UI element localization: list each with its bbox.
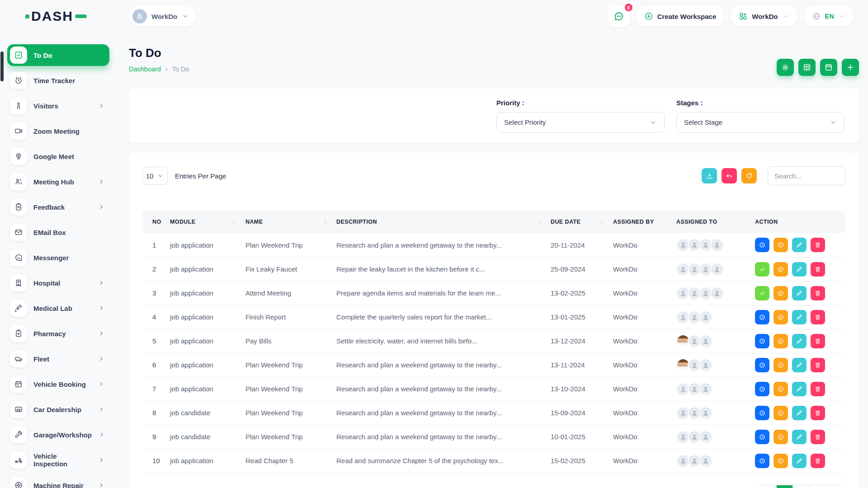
delete-action-button[interactable] <box>811 430 825 444</box>
view-action-button[interactable] <box>774 358 788 372</box>
messages-button[interactable]: 0 <box>608 5 630 27</box>
pagination-item[interactable]: › <box>825 485 841 488</box>
edit-action-button[interactable] <box>792 454 807 468</box>
sidebar-item-meeting-hub[interactable]: Meeting Hub <box>7 171 109 192</box>
sidebar-item-hospital[interactable]: Hospital <box>7 272 109 294</box>
assignee-avatar-placeholder[interactable] <box>699 334 712 348</box>
pagination-item[interactable]: 3 <box>809 485 825 488</box>
view-action-button[interactable] <box>774 382 788 396</box>
sort-icon[interactable]: ↑↓ <box>232 219 236 225</box>
sidebar-item-fleet[interactable]: Fleet <box>7 348 109 370</box>
sidebar-item-garage-workshop[interactable]: Garage/Workshop <box>7 424 109 446</box>
search-input[interactable] <box>768 166 845 185</box>
clock-action-button[interactable] <box>755 334 769 348</box>
complete-action-button[interactable] <box>755 286 769 300</box>
complete-action-button[interactable] <box>755 262 769 277</box>
assignee-avatar-placeholder[interactable] <box>699 454 712 468</box>
delete-action-button[interactable] <box>811 454 825 468</box>
clock-action-button[interactable] <box>755 310 769 324</box>
clock-action-button[interactable] <box>755 358 769 372</box>
assignee-avatar-placeholder[interactable] <box>710 263 724 276</box>
sort-icon[interactable]: ↑↓ <box>538 219 541 225</box>
sidebar-item-pharmacy[interactable]: Pharmacy <box>7 323 109 344</box>
table-view-button[interactable] <box>798 59 816 76</box>
assignee-avatar-placeholder[interactable] <box>699 358 712 372</box>
cell-module: job application <box>170 305 245 329</box>
sidebar-item-google-meet[interactable]: Google Meet <box>7 145 109 167</box>
column-header-name[interactable]: NAME↑↓ <box>245 211 336 233</box>
clock-action-button[interactable] <box>755 454 769 468</box>
assignee-avatar-placeholder[interactable] <box>699 430 712 444</box>
workdo-menu-button[interactable]: WorkDo <box>731 6 797 27</box>
delete-action-button[interactable] <box>811 382 825 396</box>
priority-select[interactable]: Select Priority <box>496 112 665 133</box>
sidebar-item-messenger[interactable]: Messenger <box>7 247 109 268</box>
calendar-view-button[interactable] <box>820 59 837 76</box>
assignee-avatar-placeholder[interactable] <box>710 286 724 300</box>
edit-action-button[interactable] <box>792 238 807 252</box>
sort-icon[interactable]: ↑↓ <box>323 219 326 225</box>
sidebar-item-medical-lab[interactable]: Medical Lab <box>7 297 109 319</box>
edit-action-button[interactable] <box>792 430 807 444</box>
clock-action-button[interactable] <box>755 382 769 396</box>
edit-action-button[interactable] <box>792 406 807 420</box>
entries-select[interactable]: 10 <box>142 167 168 185</box>
edit-action-button[interactable] <box>792 358 807 372</box>
sidebar-item-vehicle-booking[interactable]: Vehicle Booking <box>7 373 109 395</box>
pagination-page-active[interactable]: 1 <box>776 485 793 488</box>
reset-button[interactable] <box>722 168 737 183</box>
view-action-button[interactable] <box>774 454 788 468</box>
breadcrumb-dashboard-link[interactable]: Dashboard <box>129 66 161 73</box>
sidebar-item-vehicle-inspection[interactable]: Vehicle Inspection <box>7 449 109 471</box>
edit-action-button[interactable] <box>792 382 807 396</box>
column-header-module[interactable]: MODULE↑↓ <box>170 211 245 233</box>
sidebar-item-email-box[interactable]: EMail Box <box>7 221 109 243</box>
assignee-avatar-placeholder[interactable] <box>699 406 712 420</box>
sidebar-item-zoom-meeting[interactable]: Zoom Meeting <box>7 120 109 142</box>
sidebar-item-car-dealership[interactable]: Car Dealership <box>7 399 109 420</box>
create-workspace-button[interactable]: Create Workspace <box>636 6 725 27</box>
pagination-item[interactable]: 2 <box>793 485 809 488</box>
view-action-button[interactable] <box>774 430 788 444</box>
edit-action-button[interactable] <box>792 310 807 324</box>
add-todo-button[interactable] <box>842 59 859 76</box>
delete-action-button[interactable] <box>811 310 825 324</box>
edit-action-button[interactable] <box>792 334 807 348</box>
view-action-button[interactable] <box>774 262 788 277</box>
workspace-selector[interactable]: WorkDo <box>129 6 195 27</box>
delete-action-button[interactable] <box>811 406 825 420</box>
sidebar-item-feedback[interactable]: Feedback <box>7 196 109 218</box>
assignee-avatar-placeholder[interactable] <box>699 310 712 324</box>
sidebar-item-visitors[interactable]: Visitors <box>7 95 109 117</box>
sidebar-item-to-do[interactable]: To Do <box>7 44 109 66</box>
clock-action-button[interactable] <box>755 238 769 252</box>
view-action-button[interactable] <box>774 238 788 252</box>
view-action-button[interactable] <box>774 334 788 348</box>
assignee-avatar-placeholder[interactable] <box>699 382 712 396</box>
column-header-due-date[interactable]: DUE DATE↑↓ <box>551 211 613 233</box>
view-action-button[interactable] <box>774 406 788 420</box>
clock-action-button[interactable] <box>755 430 769 444</box>
delete-action-button[interactable] <box>811 238 825 252</box>
edit-action-button[interactable] <box>792 286 807 300</box>
delete-action-button[interactable] <box>811 286 825 300</box>
edit-action-button[interactable] <box>792 262 807 277</box>
stage-select[interactable]: Select Stage <box>676 112 844 133</box>
delete-action-button[interactable] <box>811 262 825 277</box>
sidebar-item-time-tracker[interactable]: Time Tracker <box>7 70 109 91</box>
sidebar-item-machine-repair[interactable]: Machine Repair <box>7 474 109 488</box>
language-selector[interactable]: EN <box>804 6 854 27</box>
sidebar-scrollbar[interactable] <box>0 52 4 81</box>
refresh-button[interactable] <box>741 168 757 183</box>
delete-action-button[interactable] <box>811 358 825 372</box>
pagination-item[interactable]: ‹ <box>757 485 776 488</box>
view-action-button[interactable] <box>774 286 788 300</box>
sort-icon[interactable]: ↑↓ <box>600 219 603 225</box>
export-button[interactable] <box>702 168 717 183</box>
delete-action-button[interactable] <box>811 334 825 348</box>
assignee-avatar-placeholder[interactable] <box>710 238 724 252</box>
column-header-description[interactable]: DESCRIPTION↑↓ <box>336 211 551 233</box>
view-action-button[interactable] <box>774 310 788 324</box>
settings-button[interactable] <box>777 59 794 76</box>
clock-action-button[interactable] <box>755 406 769 420</box>
